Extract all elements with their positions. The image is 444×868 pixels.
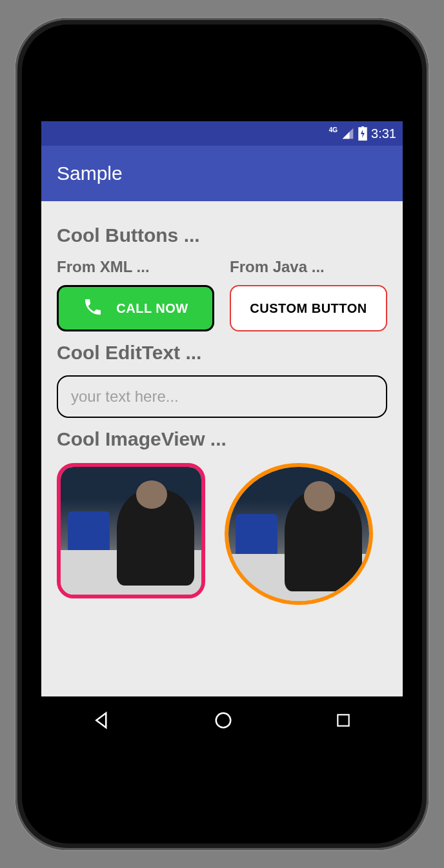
svg-rect-1 xyxy=(361,126,364,128)
text-input-placeholder: your text here... xyxy=(71,388,179,406)
section-imageview-title: Cool ImageView ... xyxy=(57,428,387,450)
svg-rect-3 xyxy=(338,715,348,725)
battery-icon xyxy=(358,126,367,141)
label-from-xml: From XML ... xyxy=(57,258,214,276)
recent-apps-icon[interactable] xyxy=(335,712,352,731)
network-icon: 4G xyxy=(329,126,338,133)
phone-frame: 4G 3:31 Sample Cool Buttons ... From XML… xyxy=(15,18,429,850)
label-from-java: From Java ... xyxy=(230,258,387,276)
text-input[interactable]: your text here... xyxy=(57,375,387,418)
home-icon[interactable] xyxy=(214,711,233,733)
section-buttons-title: Cool Buttons ... xyxy=(57,224,387,246)
signal-icon xyxy=(341,127,354,140)
content-area: Cool Buttons ... From XML ... CALL NOW F… xyxy=(41,201,403,696)
custom-button[interactable]: CUSTOM BUTTON xyxy=(230,285,387,331)
imageview-circle xyxy=(225,463,373,605)
custom-button-label: CUSTOM BUTTON xyxy=(250,301,367,316)
status-bar: 4G 3:31 xyxy=(41,121,403,146)
svg-point-2 xyxy=(216,713,231,728)
app-title: Sample xyxy=(57,163,123,184)
app-bar: Sample xyxy=(41,146,403,201)
phone-icon xyxy=(83,297,103,321)
imageview-rounded xyxy=(57,463,205,598)
screen: 4G 3:31 Sample Cool Buttons ... From XML… xyxy=(41,121,403,747)
call-now-button[interactable]: CALL NOW xyxy=(57,285,214,331)
status-time: 3:31 xyxy=(371,126,396,141)
back-icon[interactable] xyxy=(92,711,112,733)
navigation-bar xyxy=(41,696,403,747)
call-now-label: CALL NOW xyxy=(116,301,188,316)
section-edittext-title: Cool EditText ... xyxy=(57,342,387,364)
